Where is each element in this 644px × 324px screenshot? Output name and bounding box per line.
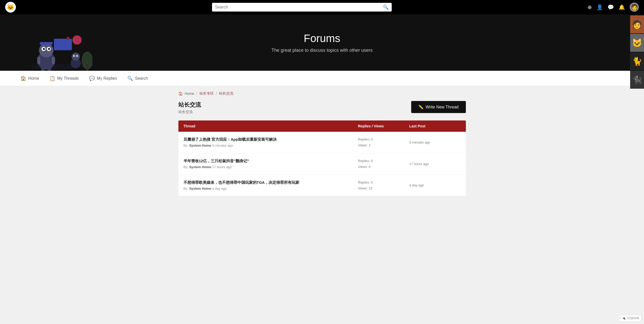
nav-home-label: Home [28, 76, 39, 81]
search-bar-container: 🔍 [212, 3, 392, 12]
plugin-text: DZ插件网 [627, 316, 639, 320]
svg-rect-22 [67, 37, 69, 39]
search-icon: 🔍 [383, 4, 389, 10]
forum-title: 站长交流 [178, 101, 201, 109]
breadcrumb: 🏠 Home / 站长专区 / 站长交流 [178, 91, 466, 96]
svg-rect-11 [41, 67, 45, 71]
thread-by-0: By: System Home 9 minutes ago [184, 144, 358, 147]
svg-point-2 [39, 43, 53, 57]
thread-stats-0: Replies: 0 Views: 2 [358, 136, 409, 148]
thread-lastpost-2: a day ago [409, 183, 461, 187]
forum-header: 站长交流 站长交流 ✏️ Write New Thread [178, 101, 466, 114]
threads-icon: 📋 [50, 76, 55, 81]
sidebar-avatar-4[interactable]: 🐈‍⬛ [630, 71, 644, 89]
thread-info-2: 不想得罪欧美媒体，也不想得罪中国玩家的TGA，决定得罪所有玩家 By: Syst… [184, 180, 358, 190]
write-thread-label: Write New Thread [426, 105, 458, 109]
user-avatar[interactable]: 🧑 [630, 3, 639, 12]
table-header: Thread Replies / Views Last Post [178, 120, 466, 132]
nav-search-label: Search [135, 76, 148, 81]
breadcrumb-home-icon: 🏠 [178, 92, 183, 96]
nav-my-threads[interactable]: 📋 My Threads [50, 74, 79, 83]
table-row: 半年营收12亿，三只松鼠抖音"翻身记" By: System Home 17 h… [178, 153, 466, 175]
svg-rect-10 [52, 57, 55, 64]
user-icon[interactable]: 👤 [597, 4, 603, 10]
breadcrumb-sep-1: / [196, 92, 197, 96]
svg-rect-8 [54, 39, 72, 50]
thread-by-2: By: System Home a day ago [184, 187, 358, 190]
table-row: 不想得罪欧美媒体，也不想得罪中国玩家的TGA，决定得罪所有玩家 By: Syst… [178, 175, 466, 196]
search-bar: 🔍 [212, 3, 392, 12]
thread-lastpost-1: 17 hours ago [409, 162, 461, 166]
create-icon[interactable]: ⊕ [588, 4, 592, 10]
hero-subtitle: The great place to discuss topics with o… [271, 48, 372, 53]
breadcrumb-current: 站长交流 [219, 91, 233, 96]
hero-banner: Forums The great place to discuss topics… [0, 14, 644, 71]
edit-icon: ✏️ [418, 105, 424, 109]
svg-point-21 [72, 35, 82, 45]
col-thread: Thread [184, 124, 358, 128]
svg-rect-9 [37, 57, 40, 64]
home-icon: 🏠 [21, 76, 26, 81]
plugin-icon: 🔌 [622, 317, 626, 320]
thread-by-1: By: System Home 17 hours ago [184, 165, 358, 169]
forum-description: 站长交流 [178, 110, 201, 114]
sidebar-avatar-2[interactable]: 🐱 [630, 34, 644, 52]
thread-info-0: 豆瓣崩了上热搜 官方回应：App卸载后重新安装可解决 By: System Ho… [184, 137, 358, 147]
svg-point-6 [48, 48, 50, 50]
thread-title-1[interactable]: 半年营收12亿，三只松鼠抖音"翻身记" [184, 159, 358, 164]
nav-my-replies[interactable]: 💬 My Replies [89, 74, 117, 83]
bell-icon[interactable]: 🔔 [619, 4, 625, 10]
site-logo[interactable]: 🐱 [5, 2, 16, 13]
col-replies-views: Replies / Views [358, 124, 409, 128]
nav-home[interactable]: 🏠 Home [21, 74, 39, 83]
sidebar-avatar-1[interactable]: 🧑 [630, 15, 644, 33]
write-new-thread-button[interactable]: ✏️ Write New Thread [411, 101, 466, 113]
hero-text: Forums The great place to discuss topics… [271, 32, 372, 53]
thread-rows-container: 豆瓣崩了上热搜 官方回应：App卸载后重新安装可解决 By: System Ho… [178, 132, 466, 196]
hero-title: Forums [271, 32, 372, 45]
search-nav-icon: 🔍 [127, 76, 133, 81]
breadcrumb-sep-2: / [216, 92, 217, 96]
thread-stats-1: Replies: 0 Views: 4 [358, 158, 409, 170]
col-last-post: Last Post [409, 124, 461, 128]
logo-cat-icon: 🐱 [7, 4, 14, 11]
breadcrumb-section-link[interactable]: 站长专区 [199, 91, 214, 96]
hero-illustration [21, 19, 92, 71]
svg-rect-20 [86, 64, 88, 71]
chat-icon[interactable]: 💬 [608, 4, 614, 10]
svg-point-5 [43, 48, 45, 50]
sub-navigation: 🏠 Home 📋 My Threads 💬 My Replies 🔍 Searc… [0, 71, 644, 86]
forum-title-block: 站长交流 站长交流 [178, 101, 201, 114]
right-sidebar: 🧑 🐱 🐈 🐈‍⬛ [630, 15, 644, 89]
nav-search[interactable]: 🔍 Search [127, 74, 148, 83]
replies-icon: 💬 [89, 76, 95, 81]
thread-title-2[interactable]: 不想得罪欧美媒体，也不想得罪中国玩家的TGA，决定得罪所有玩家 [184, 180, 358, 185]
svg-point-14 [72, 53, 80, 61]
thread-lastpost-0: 9 minutes ago [409, 140, 461, 144]
thread-title-0[interactable]: 豆瓣崩了上热搜 官方回应：App卸载后重新安装可解决 [184, 137, 358, 142]
nav-my-threads-label: My Threads [57, 76, 79, 81]
svg-rect-12 [47, 67, 51, 71]
thread-table: Thread Replies / Views Last Post 豆瓣崩了上热搜… [178, 120, 466, 196]
top-navigation: 🐱 🔍 ⊕ 👤 💬 🔔 🧑 [0, 0, 644, 14]
svg-point-18 [77, 55, 78, 56]
main-content: 🏠 Home / 站长专区 / 站长交流 站长交流 站长交流 ✏️ Write … [168, 86, 476, 201]
sidebar-avatar-3[interactable]: 🐈 [630, 52, 644, 70]
breadcrumb-home-link[interactable]: Home [185, 92, 194, 96]
table-row: 豆瓣崩了上热搜 官方回应：App卸载后重新安装可解决 By: System Ho… [178, 132, 466, 153]
thread-stats-2: Replies: 0 Views: 22 [358, 179, 409, 191]
svg-point-17 [74, 55, 75, 56]
plugin-badge: 🔌 DZ插件网 [620, 315, 641, 321]
illustration-svg [21, 19, 92, 71]
thread-info-1: 半年营收12亿，三只松鼠抖音"翻身记" By: System Home 17 h… [184, 159, 358, 169]
search-input[interactable] [215, 5, 383, 9]
svg-rect-7 [40, 42, 53, 45]
nav-my-replies-label: My Replies [97, 76, 117, 81]
top-nav-icons: ⊕ 👤 💬 🔔 🧑 [588, 3, 639, 12]
